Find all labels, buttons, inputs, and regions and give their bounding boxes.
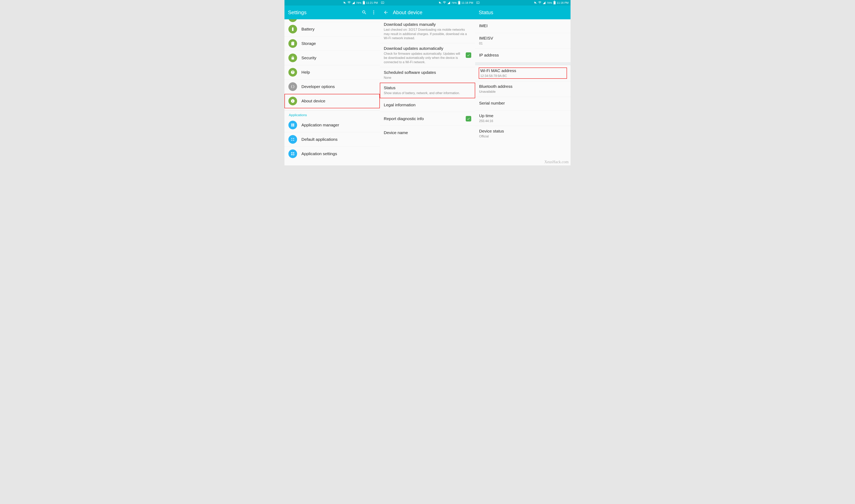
help-icon [289,68,297,76]
status-list[interactable]: IMEI IMEISV 01 IP address [475,19,571,165]
item-title: IMEI [479,23,566,28]
item-title: Status [384,86,471,90]
item-title: Wi-Fi MAC address [480,68,565,73]
status-item-ip[interactable]: IP address [475,49,571,62]
item-label: About device [301,98,376,103]
braces-icon [289,82,297,91]
list-item-partial[interactable] [284,19,380,22]
app-bar: Status [475,5,571,19]
page-title: About device [393,10,472,16]
about-item-device-name[interactable]: Device name [380,126,475,140]
about-item-scheduled[interactable]: Scheduled software updates None [380,67,475,83]
pane-about-device: 78% 11:16 PM About device Download updat… [380,0,475,165]
wifi-icon [538,1,541,4]
settings-item-storage[interactable]: Storage [284,36,380,51]
battery-icon [363,1,365,4]
item-label: Storage [301,41,376,46]
svg-rect-8 [293,152,294,154]
item-label: Application manager [301,123,376,127]
pane-status: 78% 11:16 PM Status IMEI IMEISV 01 [475,0,571,165]
item-subtitle: Show status of battery, network, and oth… [384,91,471,95]
checkbox-checked-icon[interactable] [466,52,471,58]
settings-item-help[interactable]: Help [284,65,380,79]
about-item-download-auto[interactable]: Download updates automatically Check for… [380,43,475,67]
item-value: 12:34:56:78:9A:BC [480,74,565,78]
item-label: Security [301,55,376,60]
settings-list[interactable]: Battery Storage Security Help Developer … [284,19,380,165]
svg-point-3 [291,138,292,139]
item-value: 255:44:16 [479,119,566,123]
settings-item-about[interactable]: About device [284,94,380,108]
status-bar: 78% 11:16 PM [475,0,571,5]
item-title: Legal information [384,103,471,107]
item-title: Download updates automatically [384,46,463,51]
item-value: Official [479,134,566,139]
search-icon[interactable] [362,10,367,15]
item-value: Unavailable [479,90,566,94]
settings-item-app-settings[interactable]: Application settings [284,147,380,161]
mute-icon [438,1,442,4]
item-title: Device status [479,129,566,133]
status-item-serial[interactable]: Serial number [475,97,571,111]
status-item-bluetooth[interactable]: Bluetooth address Unavailable [475,81,571,97]
settings-item-developer[interactable]: Developer options [284,79,380,94]
about-list[interactable]: Download updates manually Last checked o… [380,19,475,165]
battery-icon [289,25,297,34]
item-title: Bluetooth address [479,84,566,89]
status-item-device-status[interactable]: Device status Official [475,126,571,141]
settings-item-battery[interactable]: Battery [284,22,380,36]
item-subtitle: Last checked on: 3/2/17 Downloading via … [384,28,471,40]
status-bar: 78% 11:21 PM [284,0,380,5]
item-label: Developer options [301,84,376,89]
page-title: Status [479,10,567,16]
signal-icon [447,1,450,4]
settings-item-app-manager[interactable]: Application manager [284,118,380,132]
about-item-legal[interactable]: Legal information [380,98,475,112]
item-title: Download updates manually [384,22,471,27]
svg-point-6 [293,140,294,141]
screenshot-icon [381,1,384,4]
item-title: IMEISV [479,36,566,40]
clock: 11:16 PM [557,1,569,4]
section-divider [475,62,571,65]
grid-icon [289,121,297,129]
apps-icon [289,135,297,144]
status-item-imei[interactable]: IMEI [475,19,571,33]
apps-gear-icon [289,149,297,158]
settings-item-security[interactable]: Security [284,51,380,65]
status-item-uptime[interactable]: Up time 255:44:16 [475,111,571,126]
lock-icon [289,54,297,62]
screenshot-icon [476,1,479,4]
back-icon[interactable] [383,10,388,15]
item-subtitle: Check for firmware updates automatically… [384,52,463,65]
svg-rect-7 [291,152,293,154]
settings-item-default-apps[interactable]: Default applications [284,132,380,147]
app-bar: Settings [284,5,380,19]
item-title: Report diagnostic info [384,116,463,121]
pane-settings: 78% 11:21 PM Settings Battery Storage Se… [284,0,380,165]
svg-point-1 [373,12,374,13]
svg-point-4 [293,138,294,139]
battery-icon [553,1,556,4]
item-label: Default applications [301,137,376,142]
battery-percent: 78% [356,1,362,4]
clock: 11:21 PM [366,1,378,4]
status-bar: 78% 11:16 PM [380,0,475,5]
mute-icon [343,1,346,4]
item-label: Battery [301,27,376,32]
app-bar: About device [380,5,475,19]
status-item-wifi-mac[interactable]: Wi-Fi MAC address 12:34:56:78:9A:BC [475,65,571,82]
about-item-download-manual[interactable]: Download updates manually Last checked o… [380,19,475,43]
wifi-icon [443,1,446,4]
section-header-applications: Applications [284,110,380,118]
signal-icon [352,1,355,4]
storage-icon [289,39,297,48]
item-label: Application settings [301,151,376,156]
mute-icon [534,1,537,4]
about-item-status[interactable]: Status Show status of battery, network, … [380,83,475,98]
checkbox-checked-icon[interactable] [466,116,471,122]
clock: 11:16 PM [461,1,473,4]
about-item-diagnostic[interactable]: Report diagnostic info [380,112,475,126]
status-item-imeisv[interactable]: IMEISV 01 [475,33,571,49]
more-icon[interactable] [371,10,376,15]
